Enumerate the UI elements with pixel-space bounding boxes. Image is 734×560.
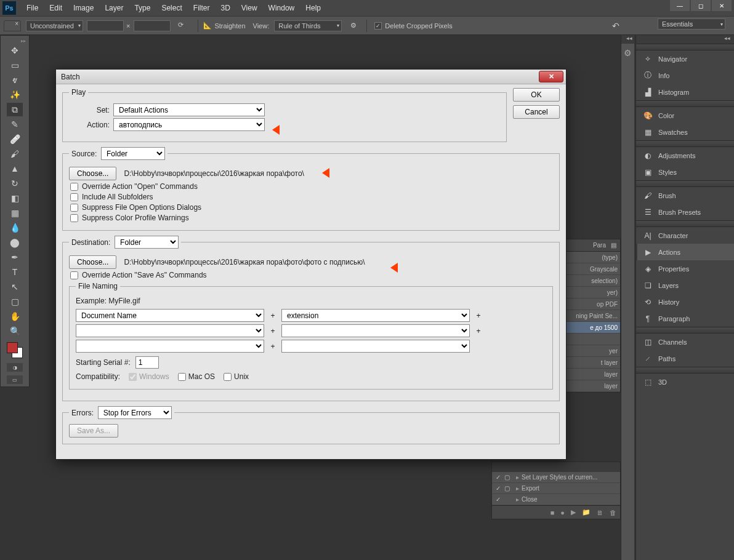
panel-actions[interactable]: ▶Actions [636,244,734,260]
crop-tool[interactable]: ⧉ [7,103,23,116]
menu-layer[interactable]: Layer [99,4,129,12]
serial-input[interactable] [135,356,159,369]
minimize-button[interactable]: — [670,0,690,11]
brush-tool[interactable]: 🖌 [7,147,23,161]
panel-3d[interactable]: ⬚3D [636,374,734,390]
healing-brush-tool[interactable]: 🩹 [7,132,23,146]
compat-mac-checkbox[interactable]: Mac OS [178,372,215,381]
dialog-close-button[interactable]: ✕ [539,71,563,82]
suppress-open-dialogs-checkbox[interactable]: Suppress File Open Options Dialogs [70,203,553,212]
menu-view[interactable]: View [236,4,263,12]
path-select-tool[interactable]: ↖ [7,280,23,294]
fn-token-6[interactable] [281,340,470,353]
shape-tool[interactable]: ▢ [7,295,23,308]
action-row[interactable]: ning Paint Se... [566,310,620,322]
color-swatches[interactable] [6,341,24,359]
dodge-tool[interactable]: ⬤ [7,236,23,249]
tools-collapse-icon[interactable]: ▸▸ [2,38,27,43]
workspace-switcher[interactable]: Essentials [658,18,725,30]
destination-select[interactable]: Folder [115,236,179,249]
menu-type[interactable]: Type [129,4,156,12]
pen-tool[interactable]: ✒ [7,250,23,264]
action-row[interactable]: yer [566,345,620,357]
menu-3d[interactable]: 3D [215,4,235,12]
action-row[interactable] [566,334,620,345]
crop-options-icon[interactable]: ⚙ [350,22,357,30]
action-row[interactable]: selection) [566,275,620,287]
dock-collapse-icon[interactable]: ◂◂ [636,35,734,44]
dialog-titlebar[interactable]: Batch ✕ [56,70,566,84]
close-button[interactable]: ✕ [712,0,732,11]
set-select[interactable]: Default Actions [113,103,265,116]
fn-token-5[interactable] [76,340,264,353]
panel-paragraph[interactable]: ¶Paragraph [636,310,734,327]
action-row[interactable]: t layer [566,357,620,369]
action-row[interactable]: yer) [566,287,620,298]
stop-icon[interactable]: ■ [550,509,555,516]
suppress-color-profile-checkbox[interactable]: Suppress Color Profile Warnings [70,214,553,222]
action-row[interactable]: op PDF [566,298,620,310]
marquee-tool[interactable]: ▭ [7,58,23,72]
destination-choose-button[interactable]: Choose... [69,255,116,269]
panel-channels[interactable]: ◫Channels [636,334,734,350]
mini-panel-icon[interactable]: ⚙ [621,44,634,62]
menu-image[interactable]: Image [68,4,99,12]
crop-view-dropdown[interactable]: Rule of Thirds [274,20,342,31]
menu-help[interactable]: Help [300,4,326,12]
straighten-button[interactable]: 📐 Straighten [203,22,245,30]
panel-adjustments[interactable]: ◐Adjustments [636,147,734,164]
cancel-button[interactable]: Cancel [513,105,560,119]
include-subfolders-checkbox[interactable]: Include All Subfolders [70,193,553,201]
record-icon[interactable]: ● [560,509,565,516]
crop-height-input[interactable] [134,20,171,31]
new-action-icon[interactable]: 🗎 [597,509,603,516]
panel-color[interactable]: 🎨Color [636,107,734,124]
panel-brush-presets[interactable]: ☰Brush Presets [636,204,734,220]
type-tool[interactable]: T [7,265,23,279]
magic-wand-tool[interactable]: ✨ [7,88,23,102]
collapse-arrow-icon[interactable]: ◂◂ [621,35,634,44]
source-choose-button[interactable]: Choose... [69,167,116,180]
action-select[interactable]: автоподпись [113,118,265,131]
panel-brush[interactable]: 🖌Brush [636,187,734,204]
fn-token-1[interactable]: Document Name [76,309,264,322]
history-brush-tool[interactable]: ↻ [7,177,23,190]
action-step-row[interactable]: ✓▢▸Export [492,483,620,494]
panel-paths[interactable]: ⟋Paths [636,350,734,367]
panel-properties[interactable]: ◈Properties [636,260,734,277]
crop-width-input[interactable] [87,20,124,31]
action-row-selected[interactable]: е до 1500 [566,322,620,334]
hand-tool[interactable]: ✋ [7,310,23,323]
screen-mode-toggle[interactable]: ▭ [7,375,23,384]
delete-cropped-checkbox[interactable]: ✓Delete Cropped Pixels [374,22,452,30]
gradient-tool[interactable]: ▦ [7,206,23,220]
fn-token-2[interactable]: extension [281,309,470,322]
foreground-color-swatch[interactable] [7,342,18,353]
override-saveas-checkbox[interactable]: Override Action "Save As" Commands [70,271,553,279]
compat-unix-checkbox[interactable]: Unix [224,372,249,381]
source-select[interactable]: Folder [101,147,165,160]
reset-crop-icon[interactable]: ↶ [612,21,619,31]
menu-edit[interactable]: Edit [44,4,68,12]
trash-icon[interactable]: 🗑 [610,509,616,516]
action-row[interactable]: layer [566,369,620,380]
override-open-checkbox[interactable]: Override Action "Open" Commands [70,182,553,191]
menu-filter[interactable]: Filter [188,4,216,12]
action-row[interactable]: Grayscale [566,263,620,275]
quickmask-toggle[interactable]: ◑ [7,363,23,372]
maximize-button[interactable]: ◻ [691,0,711,11]
panel-styles[interactable]: ▣Styles [636,164,734,180]
panel-swatches[interactable]: ▦Swatches [636,124,734,140]
panel-character[interactable]: A|Character [636,227,734,244]
fn-token-3[interactable] [76,324,264,337]
new-folder-icon[interactable]: 📁 [582,508,591,516]
clone-stamp-tool[interactable]: ▲ [7,162,23,175]
panel-info[interactable]: ⓘInfo [636,67,734,84]
menu-file[interactable]: File [21,4,44,12]
action-row[interactable]: layer [566,380,620,392]
action-step-row[interactable]: ✓▢▸Set Layer Styles of curren... [492,472,620,483]
swap-dim-icon[interactable]: ⟳ [178,21,188,31]
eraser-tool[interactable]: ◧ [7,191,23,205]
move-tool[interactable]: ✥ [7,44,23,57]
play-icon[interactable]: ▶ [571,508,576,516]
